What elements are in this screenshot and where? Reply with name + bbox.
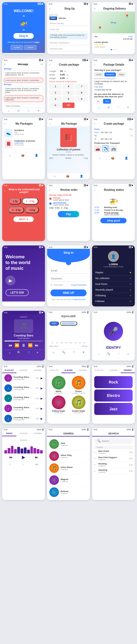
id-heart[interactable]: ♡ xyxy=(118,352,120,355)
msg-more[interactable]: ··· xyxy=(41,63,43,66)
signin-button[interactable]: Sing In xyxy=(13,33,33,39)
next-button[interactable]: NEXT ∨ xyxy=(13,216,34,222)
alb-tab-playlist[interactable]: PLAYLIST xyxy=(47,368,61,373)
mypkg-person[interactable]: 👤 xyxy=(35,154,38,157)
fwd-icon[interactable]: ⏩ xyxy=(28,343,33,348)
menu-recent[interactable]: Recently played ★ xyxy=(94,287,133,293)
lets-go-button[interactable]: LET'S GOI xyxy=(5,289,29,296)
weight-2-4kg[interactable]: 2 - 4 kg xyxy=(8,207,24,213)
cpkg2-home[interactable]: ⌂ xyxy=(99,157,101,160)
genre-electro[interactable]: Electro xyxy=(94,390,133,402)
forgot-link[interactable]: Forgot Password? xyxy=(71,284,87,286)
r2-nav-music[interactable]: ♪ xyxy=(22,463,24,466)
r2-tab-radio[interactable]: RADIO xyxy=(2,431,16,436)
pl-item-3[interactable]: ♪ Counting Stars OneRepublic 3:45 ▶ xyxy=(2,393,45,403)
pl-play-5[interactable]: ▶ xyxy=(41,417,43,420)
radio-menu-icon[interactable]: ≡ xyxy=(37,351,38,354)
radio-search-icon[interactable]: 🔍 xyxy=(17,351,21,354)
bus-transport[interactable]: 🚌 xyxy=(110,145,117,152)
eq-heart[interactable]: ♡ xyxy=(73,351,75,354)
passport-field[interactable]: Number of passport xyxy=(49,40,88,45)
car-transport[interactable]: 🚗 xyxy=(94,145,101,152)
genre-item-1[interactable]: 🎵 Jazz 3 albuns xyxy=(49,438,88,450)
next-icon[interactable]: ⏭ xyxy=(35,343,39,348)
lorem-btn-2[interactable]: Lorem xyxy=(24,45,36,50)
mypkg-pkg[interactable]: 📦 xyxy=(21,154,24,157)
num-9[interactable]: 9 xyxy=(75,96,88,102)
login-link[interactable]: Login xyxy=(33,41,39,43)
msg-back[interactable]: ‹ xyxy=(4,63,5,66)
genre-rock[interactable]: Rock xyxy=(94,376,133,388)
alb-tab-genres[interactable]: GENRES xyxy=(76,368,90,373)
menu-playlist[interactable]: Playlist ★ xyxy=(94,270,133,276)
r2-nav-home[interactable]: + xyxy=(9,463,11,466)
pl-play-3[interactable]: ▶ xyxy=(41,397,43,400)
genre-item-4[interactable]: 🎵 Magnet 5 albuns xyxy=(49,474,88,486)
city-field[interactable]: Enter city xyxy=(49,27,88,32)
large-btn[interactable]: large xyxy=(117,72,126,77)
eq-menu[interactable]: ≡ xyxy=(83,351,84,354)
menu-follower[interactable]: Follower ★ xyxy=(94,298,133,304)
person-icon[interactable]: ☆ xyxy=(27,109,30,112)
release-field[interactable]: Release date xyxy=(49,46,88,51)
pd-menu-icon[interactable]: ≡ xyxy=(127,106,129,109)
id-home[interactable]: ⌂ xyxy=(98,352,99,355)
pkg-item-1[interactable]: 👟 Sneakers Sity 25.06.2019 xyxy=(4,129,43,139)
jazz-tab[interactable]: JAZZ xyxy=(49,321,59,326)
ok-button[interactable]: Okay good xyxy=(100,218,127,223)
electronic-tab[interactable]: ELECTRONIC xyxy=(60,321,77,326)
pl-item-1[interactable]: ♪ Counting Stars OneRepublic 3:45 ▶ xyxy=(2,373,45,383)
gen-tab-playlist[interactable]: PLAYLIST xyxy=(92,368,106,373)
album-3[interactable]: 🎵 Drifting Single Adeles Way xyxy=(49,396,68,414)
r2-nav-prev[interactable]: ⏮ xyxy=(35,463,38,466)
radio-home-icon[interactable]: ⌂ xyxy=(9,351,10,354)
menu-icon[interactable]: ≡ xyxy=(38,109,39,112)
menu-collection[interactable]: My collection ★ xyxy=(94,276,133,281)
track-2[interactable]: 2 Red Chili Peppers 3 allums 3:45 xyxy=(94,455,133,462)
eq-home[interactable]: ⌂ xyxy=(53,351,54,354)
pkg-item-2[interactable]: 📕 Collection of poems GSWTE46 25.06.2019 xyxy=(4,140,43,149)
id-search[interactable]: 🔍 xyxy=(107,352,110,355)
album-2[interactable]: 🎵 Evolve Imagine Dragons xyxy=(69,376,88,394)
pl-item-5[interactable]: ♪ Counting Stars OneRepublic 3:45 ▶ xyxy=(2,414,45,424)
eq-search[interactable]: 🔍 xyxy=(62,351,65,354)
plane-transport[interactable]: ✈️ xyxy=(102,145,109,152)
rew-icon[interactable]: ⏪ xyxy=(15,343,19,348)
num-1[interactable]: 1 xyxy=(49,84,62,89)
small-btn[interactable]: small xyxy=(94,72,103,77)
pd-home-icon[interactable]: ⌂ xyxy=(98,106,100,109)
cpkg2-person[interactable]: 👤 xyxy=(125,157,128,160)
album-4[interactable]: 🎵 Zombie Single Bad Wolves xyxy=(69,396,88,414)
medium-btn[interactable]: medium xyxy=(104,72,116,77)
country-field[interactable]: Select country xyxy=(49,21,88,26)
message-input[interactable] xyxy=(4,104,43,108)
track-3[interactable]: 3 Routing 3 allums 3:45 xyxy=(94,462,133,468)
mic-button[interactable]: 🎤 xyxy=(104,322,123,341)
track-1[interactable]: 1 Red Vined 3 allums 3:45 xyxy=(94,449,133,455)
search-icon[interactable]: ⊙ xyxy=(17,109,19,112)
pl-item-4[interactable]: ♪ Counting Stars OneRepublic 3:45 ▶ xyxy=(2,403,45,414)
man-btn[interactable]: Man xyxy=(49,16,57,20)
weight-1kg[interactable]: 1 kg xyxy=(9,198,21,204)
pl-play-1[interactable]: ▶ xyxy=(41,377,43,380)
genre-jazz[interactable]: Jazz xyxy=(94,403,133,415)
tab-playlist[interactable]: PLAYLIST xyxy=(2,368,16,373)
gen-tab-albums[interactable]: ALBUMS xyxy=(106,368,121,373)
num-6[interactable]: 8 xyxy=(75,90,88,95)
back-arrow-delivery[interactable]: ‹ xyxy=(94,7,95,10)
r2-play[interactable]: ▶ xyxy=(22,455,25,460)
num-0[interactable]: 0 xyxy=(49,103,62,108)
weight-4kg[interactable]: +4 kg xyxy=(25,207,39,213)
back-arrow-icon[interactable]: ‹ xyxy=(49,7,50,10)
home-icon[interactable]: ⌂ xyxy=(8,109,9,112)
album-1[interactable]: 🎵 Native OneRepublic xyxy=(49,376,68,394)
pay-button[interactable]: Pay xyxy=(58,211,79,217)
prev-icon[interactable]: ⏮ xyxy=(8,343,12,348)
col-home[interactable]: ⌂ xyxy=(54,175,56,178)
genre-item-2[interactable]: 🎵 Vaner Play 5 albuns xyxy=(49,450,88,462)
pause-icon[interactable]: ⏸ xyxy=(21,343,26,348)
num-5[interactable]: 5 xyxy=(62,90,75,95)
col-pkg[interactable]: 📦 xyxy=(66,175,69,178)
pl-play-2[interactable]: ▶ xyxy=(41,387,43,390)
num-3[interactable]: 7 xyxy=(75,84,88,89)
